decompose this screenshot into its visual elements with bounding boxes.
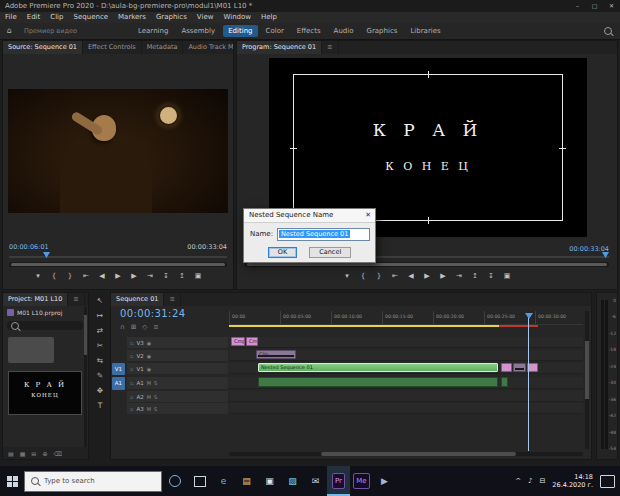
start-button[interactable] xyxy=(0,476,24,487)
menu-item[interactable]: View xyxy=(192,12,219,23)
track-lane[interactable] xyxy=(229,391,583,402)
selection-tool[interactable]: ↖ xyxy=(97,296,103,305)
dialog-close-icon[interactable]: ✕ xyxy=(365,209,371,222)
track-lock-icon[interactable]: ▫ xyxy=(130,340,133,346)
photos-icon[interactable]: ▨ xyxy=(281,466,304,496)
step-forward-icon[interactable]: ▶ xyxy=(130,272,138,280)
mark-out-icon[interactable]: } xyxy=(66,272,74,280)
menu-item[interactable]: Graphics xyxy=(151,12,192,23)
menu-item[interactable]: Markers xyxy=(113,12,151,23)
track-lock-icon[interactable]: ▫ xyxy=(130,380,133,386)
track-select-tool[interactable]: ↦ xyxy=(97,311,103,320)
mark-out-icon[interactable]: } xyxy=(375,272,383,280)
timeline-settings-icon[interactable]: ≡ xyxy=(153,323,158,331)
timeline-clip-nested-sequence-01[interactable]: Nested Sequence 01 xyxy=(258,363,498,372)
track-mute-icon[interactable]: M xyxy=(147,380,151,386)
track-header[interactable]: ▫ A1 M S xyxy=(127,377,228,389)
razor-tool[interactable]: ✂ xyxy=(97,341,103,350)
export-frame-icon[interactable]: ▣ xyxy=(194,272,202,280)
step-back-icon[interactable]: ◀ xyxy=(407,272,415,280)
workspace-tab[interactable]: Editing xyxy=(223,25,257,37)
export-frame-icon[interactable]: ▣ xyxy=(503,272,511,280)
track-solo-icon[interactable]: S xyxy=(154,380,157,386)
track-header[interactable]: ▫ V2 ◉ xyxy=(127,350,228,361)
source-video-frame[interactable] xyxy=(8,89,228,213)
menu-item[interactable]: Sequence xyxy=(69,12,114,23)
panel-menu-icon[interactable]: ≡ xyxy=(68,293,84,306)
cortana-icon[interactable] xyxy=(169,475,181,487)
insert-icon[interactable]: ↧ xyxy=(162,272,170,280)
cancel-button[interactable]: Cancel xyxy=(309,247,351,258)
workspace-tab[interactable]: Learning xyxy=(133,25,173,37)
file-explorer-icon[interactable]: ▤ xyxy=(235,466,258,496)
track-lock-icon[interactable]: ▫ xyxy=(130,406,133,412)
workspace-tab[interactable]: Graphics xyxy=(362,25,403,37)
track-lock-icon[interactable]: ▫ xyxy=(130,394,133,400)
track-mute-icon[interactable]: M xyxy=(147,406,151,412)
menu-item[interactable]: Window xyxy=(218,12,256,23)
go-to-out-icon[interactable]: ⇥ xyxy=(455,272,463,280)
maximize-button[interactable]: ▢ xyxy=(586,0,603,12)
workspace-custom-label[interactable]: Премиер видео xyxy=(24,23,77,39)
project-scrollbar[interactable] xyxy=(84,307,87,455)
workspace-tab[interactable]: Assembly xyxy=(176,25,220,37)
panel-menu-icon[interactable]: ≡ xyxy=(164,293,180,306)
track-solo-icon[interactable]: S xyxy=(154,394,157,400)
track-header[interactable]: ▫ A2 M S xyxy=(127,391,228,402)
track-lane[interactable]: CmpCm xyxy=(229,337,583,348)
timeline-playhead[interactable] xyxy=(528,313,529,451)
step-forward-icon[interactable]: ▶ xyxy=(439,272,447,280)
track-eye-icon[interactable]: ◉ xyxy=(147,366,151,372)
add-marker-icon[interactable]: ◇ xyxy=(142,323,147,331)
menu-item[interactable]: File xyxy=(0,12,22,23)
track-lock-icon[interactable]: ▫ xyxy=(130,353,133,359)
minimize-button[interactable]: – xyxy=(569,0,586,12)
source-patch-audio[interactable]: A1 xyxy=(112,377,125,390)
movies-tv-icon[interactable]: ▶ xyxy=(373,466,396,496)
taskbar-clock[interactable]: 14:18 26.4.2020 г. xyxy=(552,473,593,489)
menu-item[interactable]: Help xyxy=(256,12,282,23)
menu-item[interactable]: Edit xyxy=(22,12,46,23)
timeline-clip-cmp[interactable]: Cmp xyxy=(231,337,245,346)
timeline-horizontal-scrollbar[interactable] xyxy=(229,452,583,456)
timeline-clip-audio[interactable] xyxy=(258,377,498,387)
track-lane[interactable] xyxy=(229,403,583,414)
play-icon[interactable]: ▶ xyxy=(114,272,122,280)
sequence-thumbnail[interactable]: К Р А Й КОНЕЦ xyxy=(8,371,82,415)
add-marker-icon[interactable]: ▾ xyxy=(343,272,351,280)
track-header[interactable]: ▫ V3 ◉ xyxy=(127,337,228,348)
timeline-clip-thumb[interactable] xyxy=(513,363,526,372)
track-mute-icon[interactable]: M xyxy=(147,394,151,400)
bin-thumbnail[interactable] xyxy=(8,337,54,363)
premiere-icon[interactable]: Pr xyxy=(327,466,350,496)
close-button[interactable]: ✕ xyxy=(603,0,620,12)
volume-icon[interactable]: ♪ xyxy=(528,477,532,485)
track-header[interactable]: ▫ A3 M S xyxy=(127,403,228,414)
delete-icon[interactable]: ⌫ xyxy=(53,450,61,457)
tray-expand-icon[interactable]: ^ xyxy=(515,477,521,485)
mark-in-icon[interactable]: { xyxy=(359,272,367,280)
track-lane[interactable]: Clip xyxy=(229,350,583,361)
taskbar-search-input[interactable]: Type to search xyxy=(24,471,162,492)
timeline-clip-audio[interactable] xyxy=(501,377,508,387)
play-icon[interactable]: ▶ xyxy=(423,272,431,280)
workspace-tab[interactable]: Audio xyxy=(329,25,359,37)
mail-icon[interactable]: ✉ xyxy=(304,466,327,496)
panel-tab[interactable]: Audio Track Mix xyxy=(183,41,233,54)
hand-tool[interactable]: ✥ xyxy=(97,386,103,395)
track-solo-icon[interactable]: S xyxy=(154,406,157,412)
icon-view-icon[interactable]: ▦ xyxy=(20,450,26,457)
workspace-tab[interactable]: Effects xyxy=(292,25,326,37)
source-scrubber[interactable] xyxy=(9,256,227,258)
go-to-out-icon[interactable]: ⇥ xyxy=(146,272,154,280)
mark-in-icon[interactable]: { xyxy=(50,272,58,280)
home-icon[interactable]: ⌂ xyxy=(7,26,17,36)
overwrite-icon[interactable]: ↥ xyxy=(178,272,186,280)
timeline-clip-clip[interactable]: Clip xyxy=(256,350,296,359)
track-lane[interactable]: Nested Sequence 01 xyxy=(229,363,583,374)
track-lane[interactable] xyxy=(229,377,583,389)
snap-icon[interactable]: ∩ xyxy=(120,323,125,331)
panel-tab[interactable]: Source: Sequence 01 xyxy=(3,41,83,54)
track-eye-icon[interactable]: ◉ xyxy=(147,353,151,359)
panel-menu-icon[interactable]: ≡ xyxy=(322,41,338,54)
